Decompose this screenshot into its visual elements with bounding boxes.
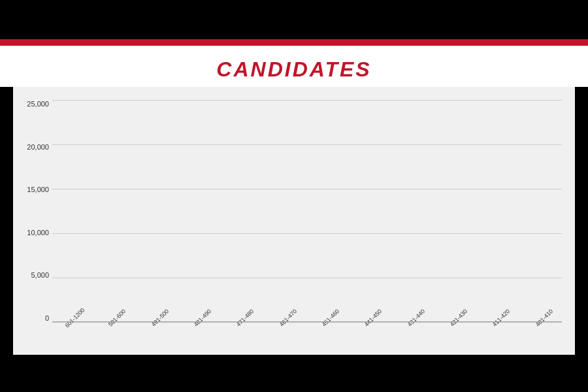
bar-x-label: 401-410 bbox=[534, 308, 554, 327]
y-axis-label: 10,000 bbox=[16, 229, 49, 237]
y-axis-labels: 25,00020,00015,00010,0005,0000 bbox=[16, 100, 49, 322]
bar-group: 441-450 bbox=[351, 313, 391, 322]
bar-x-label: 441-450 bbox=[363, 308, 383, 327]
y-axis-label: 5,000 bbox=[16, 271, 49, 279]
top-bar bbox=[0, 0, 588, 39]
page-title: CANDIDATES bbox=[216, 57, 371, 81]
bar-group: 481-490 bbox=[180, 313, 220, 322]
bar-group: 461-470 bbox=[266, 313, 306, 322]
bar-group: 431-440 bbox=[394, 313, 434, 322]
bar-x-label: 431-440 bbox=[406, 308, 426, 327]
x-axis-line bbox=[52, 321, 562, 322]
y-axis-label: 20,000 bbox=[16, 143, 49, 151]
chart-area: 25,00020,00015,00010,0005,0000 601-12005… bbox=[52, 100, 562, 322]
y-axis-label: 25,000 bbox=[16, 100, 49, 108]
bar-group: 471-480 bbox=[223, 313, 263, 322]
bar-x-label: 451-460 bbox=[321, 308, 340, 327]
bar-x-label: 501-600 bbox=[107, 308, 127, 327]
bar-x-label: 491-500 bbox=[150, 308, 170, 327]
bar-group: 421-430 bbox=[436, 313, 476, 322]
grid-line bbox=[52, 322, 562, 323]
bar-x-label: 411-420 bbox=[491, 308, 511, 327]
title-section: CANDIDATES bbox=[0, 46, 588, 87]
bar-x-label: 601-1200 bbox=[63, 307, 86, 329]
bar-group: 451-460 bbox=[308, 313, 348, 322]
y-axis-label: 0 bbox=[16, 314, 49, 322]
bar-group: 491-500 bbox=[138, 313, 178, 322]
bar-group: 401-410 bbox=[522, 313, 562, 322]
bar-x-label: 421-430 bbox=[449, 308, 468, 327]
bar-group: 411-420 bbox=[479, 313, 519, 322]
bar-x-label: 461-470 bbox=[278, 308, 298, 327]
chart-container: 25,00020,00015,00010,0005,0000 601-12005… bbox=[13, 87, 575, 355]
bar-group: 501-600 bbox=[95, 313, 135, 322]
red-stripe bbox=[0, 39, 588, 46]
y-axis-label: 15,000 bbox=[16, 186, 49, 193]
bars-container: 601-1200501-600491-500481-490471-480461-… bbox=[52, 100, 562, 322]
bar-group: 601-1200 bbox=[52, 313, 92, 322]
bar-x-label: 481-490 bbox=[193, 308, 212, 327]
bar-x-label: 471-480 bbox=[235, 308, 255, 327]
